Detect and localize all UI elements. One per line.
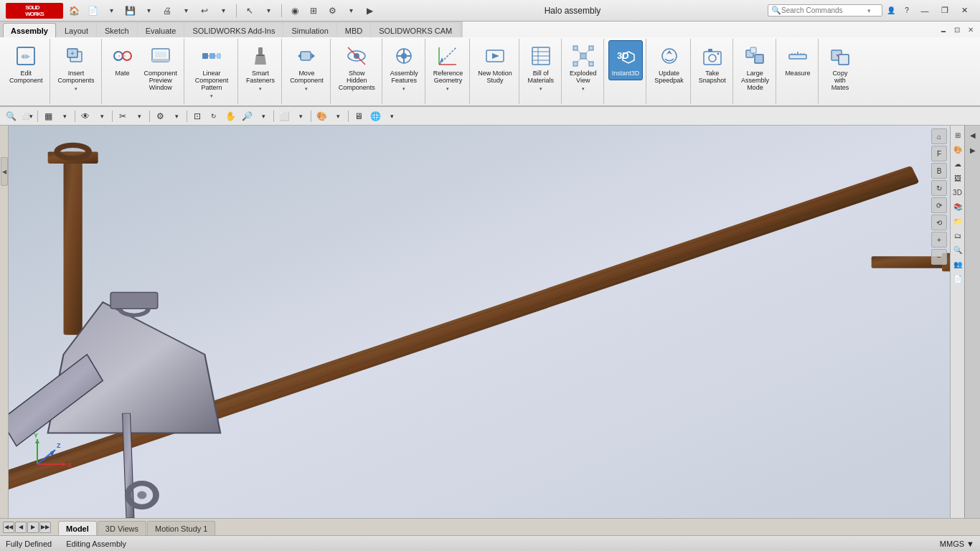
zoom-in-vp-button[interactable]: + [931, 232, 947, 248]
3d-views-tab[interactable]: 3D Views [98, 521, 146, 535]
rotate-view-button[interactable]: ↻ [206, 109, 222, 123]
task-1-button[interactable]: ◀ [966, 128, 979, 141]
view-home-button[interactable]: ⌂ [931, 128, 947, 144]
display-style-arrow[interactable]: ▾ [57, 109, 72, 123]
expand-button[interactable]: ▶ [362, 3, 377, 19]
print-button[interactable]: ▾ [141, 3, 156, 19]
view-right-button[interactable]: ↻ [931, 180, 947, 196]
section-arrow[interactable]: ▾ [131, 109, 147, 123]
measure-button[interactable]: Measure [781, 40, 815, 80]
open-button[interactable]: ▾ [103, 3, 119, 19]
solidworks-logo[interactable]: SOLIDWORKS [6, 3, 63, 19]
tab-simulation[interactable]: Simulation [283, 23, 336, 37]
view-front-button[interactable]: F [931, 146, 947, 161]
tab-solidworks-cam[interactable]: SOLIDWORKS CAM [371, 23, 460, 37]
insert-components-button[interactable]: + InsertComponents ▾ [55, 40, 98, 95]
nav-last-button[interactable]: ▶▶ [39, 522, 51, 533]
search-bar[interactable]: 🔍 ▾ [768, 4, 882, 17]
units-text[interactable]: MMGS ▼ [940, 540, 974, 548]
rotate-cw-button[interactable]: ⟳ [931, 197, 947, 213]
tab-layout[interactable]: Layout [57, 23, 96, 37]
zoom-in-button[interactable]: 🔎 [239, 109, 255, 123]
mate-button[interactable]: Mate [106, 40, 139, 80]
large-assembly-mode-button[interactable]: LargeAssemblyMode [738, 40, 773, 95]
panel-collapse-button[interactable]: ◀ [1, 157, 8, 186]
section-view-button[interactable]: ✂ [115, 109, 131, 123]
ribbon-minimize-button[interactable]: 🗕 [937, 23, 950, 36]
linear-pattern-button[interactable]: Linear ComponentPattern ▾ [189, 40, 235, 102]
display-manager-button[interactable]: 🖥 [351, 109, 367, 123]
viewport[interactable]: X Y Z ⌂ F B ↻ ⟳ ⟲ + − [9, 126, 950, 518]
component-preview-button[interactable]: ComponentPreviewWindow [141, 40, 182, 95]
view-settings-button[interactable]: ⚙ [152, 109, 168, 123]
nav-first-button[interactable]: ◀◀ [3, 522, 14, 533]
print-arrow[interactable]: ▾ [178, 3, 194, 19]
nav-prev-button[interactable]: ◀ [15, 522, 27, 533]
motion-study-tab[interactable]: Motion Study 1 [147, 521, 215, 535]
user-button[interactable]: 👤 [884, 4, 898, 18]
appearance-button[interactable]: 🎨 [951, 143, 964, 156]
ribbon-expand-button[interactable]: ⊡ [951, 23, 963, 36]
undo-button[interactable]: ↩ [197, 3, 212, 19]
assembly-features-button[interactable]: AssemblyFeatures ▾ [387, 40, 422, 95]
exploded-view-button[interactable]: ExplodedView ▾ [566, 40, 600, 95]
tab-sketch[interactable]: Sketch [97, 23, 137, 37]
design-library-button[interactable]: 📁 [951, 215, 964, 227]
smart-fasteners-button[interactable]: SmartFasteners ▾ [242, 40, 278, 95]
print-icon[interactable]: 🖨 [159, 3, 175, 19]
select-button[interactable]: ↖ [242, 3, 258, 19]
show-hidden-button[interactable]: ShowHiddenComponents [335, 40, 379, 95]
edit-component-button[interactable]: ✏ EditComponent [6, 40, 47, 88]
scene-arrow[interactable]: ▾ [384, 109, 400, 123]
save-button[interactable]: 💾 [122, 3, 138, 19]
bill-of-materials-button[interactable]: Bill ofMaterials ▾ [524, 40, 558, 95]
settings-arrow[interactable]: ▾ [343, 3, 359, 19]
view-settings-arrow[interactable]: ▾ [169, 109, 184, 123]
ribbon-close-button[interactable]: ✕ [964, 23, 977, 36]
solidworks-resources-button[interactable]: 📚 [951, 200, 964, 213]
select-arrow[interactable]: ▾ [260, 3, 276, 19]
home-button[interactable]: 📄 [85, 3, 100, 19]
search-panel-button[interactable]: 🔍 [951, 243, 964, 256]
file-explorer-button[interactable]: 🗂 [951, 229, 964, 242]
nav-next-button[interactable]: ▶ [27, 522, 39, 533]
options-button[interactable]: ◉ [287, 3, 303, 19]
zoom-to-fit-button[interactable]: ⊡ [189, 109, 205, 123]
scene-button-right[interactable]: ☁ [951, 157, 964, 170]
scene-button[interactable]: 🌐 [367, 109, 383, 123]
rotate-ccw-button[interactable]: ⟲ [931, 215, 947, 230]
close-button[interactable]: ✕ [956, 4, 974, 18]
instant3d-button[interactable]: 3D Instant3D [608, 40, 644, 80]
document-properties-button[interactable]: 📄 [951, 272, 964, 285]
render-arrow[interactable]: ▾ [330, 109, 346, 123]
view-orientation-button[interactable]: ⬜▾ [19, 109, 35, 123]
collaboration-button[interactable]: 👥 [951, 258, 964, 270]
render-button[interactable]: 🎨 [314, 109, 329, 123]
help-button[interactable]: ? [900, 4, 914, 18]
view-cube-arrow[interactable]: ▾ [293, 109, 308, 123]
redo-button[interactable]: ▾ [215, 3, 231, 19]
tab-evaluate[interactable]: Evaluate [138, 23, 184, 37]
tab-mbd[interactable]: MBD [337, 23, 370, 37]
view-palette-button[interactable]: ⊞ [951, 128, 964, 141]
task-2-button[interactable]: ▶ [966, 143, 979, 156]
tab-assembly[interactable]: Assembly [3, 23, 56, 37]
decals-button[interactable]: 🖼 [951, 171, 964, 184]
new-file-button[interactable]: 🏠 [66, 3, 82, 19]
update-speedpak-button[interactable]: UpdateSpeedpak [651, 40, 687, 88]
move-component-button[interactable]: MoveComponent ▾ [286, 40, 327, 95]
new-motion-study-button[interactable]: New MotionStudy [474, 40, 516, 88]
model-tab[interactable]: Model [58, 521, 97, 535]
minimize-button[interactable]: — [915, 4, 934, 18]
pan-view-button[interactable]: ✋ [222, 109, 238, 123]
search-input[interactable] [781, 6, 867, 14]
search-toolbar-button[interactable]: 🔍 [3, 109, 19, 123]
view-back-button[interactable]: B [931, 163, 947, 179]
zoom-out-vp-button[interactable]: − [931, 249, 947, 265]
copy-with-mates-button[interactable]: CopywithMates [823, 40, 857, 95]
view-cube-button[interactable]: ⬜ [276, 109, 292, 123]
hide-show-button[interactable]: 👁 [77, 109, 93, 123]
3d-content-button[interactable]: 3D [951, 186, 964, 199]
options-icon2[interactable]: ⊞ [306, 3, 321, 19]
restore-button[interactable]: ❐ [936, 4, 954, 18]
